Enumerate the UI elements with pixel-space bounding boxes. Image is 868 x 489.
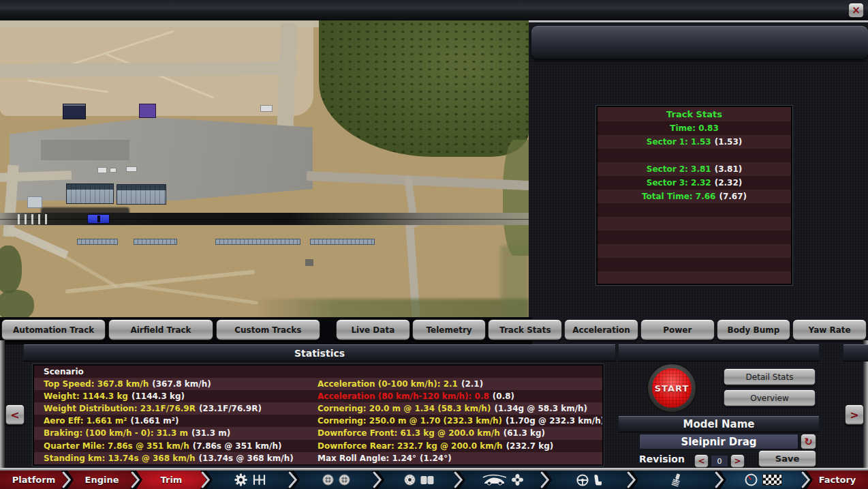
nav-label: Engine — [85, 475, 119, 485]
bottom-navigation: PlatformEngineTrimFactory — [0, 471, 868, 489]
revision-decrement-button[interactable]: < — [694, 454, 709, 468]
nav-brakes[interactable] — [378, 471, 459, 489]
map-building — [63, 104, 86, 119]
map-satellite-view — [0, 20, 529, 317]
map-shed — [305, 259, 313, 266]
nav-drivetrain[interactable] — [206, 471, 294, 489]
track-stat-row: Time: 0.83 — [598, 121, 791, 135]
nav-label: Platform — [12, 475, 56, 485]
map-drag-strip — [0, 213, 529, 225]
nav-engine[interactable]: Engine — [67, 471, 136, 489]
revision-label: Revision — [639, 454, 685, 464]
statistics-panel: ScenarioTop Speed: 367.8 km/h(367.8 km/h… — [33, 364, 604, 466]
nav-test-track[interactable] — [720, 471, 807, 489]
tab-body-bump[interactable]: Body Bump — [717, 319, 791, 340]
brake-disc-icon — [404, 474, 416, 486]
tab-acceleration[interactable]: Acceleration — [564, 319, 638, 340]
map-bushes — [252, 299, 529, 317]
nav-aerodynamics[interactable] — [459, 471, 546, 489]
left-edge-trim — [0, 340, 5, 471]
nav-interior[interactable] — [546, 471, 632, 489]
map-vehicles — [260, 105, 273, 112]
track-stat-row: Sector 3: 2.32(2.32) — [598, 176, 791, 190]
checkered-flag-icon — [762, 474, 782, 486]
stat-row: Weight: 1144.3 kg(1144.3 kg)Acceleration… — [34, 390, 602, 402]
revision-increment-button[interactable]: > — [730, 454, 745, 468]
stat-cell: Downforce Front: 61.3 kg @ 200.0 km/h(61… — [317, 427, 602, 439]
gear-icon — [234, 473, 247, 486]
refresh-icon[interactable]: ↻ — [801, 434, 816, 449]
stat-cell: Weight Distribution: 23.1F/76.9R(23.1F/7… — [34, 402, 317, 415]
save-button[interactable]: Save — [758, 450, 816, 467]
stat-cell: Standing km: 13.74s @ 368 km/h(13.74s @ … — [34, 452, 317, 464]
track-stat-row: Sector 1: 1.53(1.53) — [598, 135, 791, 149]
tab-airfield-track[interactable]: Airfield Track — [108, 319, 213, 340]
start-button-face: START — [652, 368, 692, 408]
tab-track-stats[interactable]: Track Stats — [488, 319, 562, 340]
tab-custom-tracks[interactable]: Custom Tracks — [216, 319, 320, 340]
map-building — [27, 196, 42, 208]
track-stat-row — [598, 231, 791, 244]
wheel-icon — [322, 474, 334, 486]
tab-telemetry[interactable]: Telemetry — [412, 319, 486, 340]
track-stats-title: Track Stats — [598, 107, 791, 121]
stat-cell: Cornering: 250.0 m @ 1.70 (232.3 km/h)(1… — [317, 415, 602, 427]
stat-cell: Top Speed: 367.8 km/h(367.8 km/h) — [34, 378, 317, 390]
stat-row: Standing km: 13.74s @ 368 km/h(13.74s @ … — [34, 452, 602, 464]
track-stat-row — [598, 244, 791, 258]
map-bushes — [501, 246, 529, 317]
stat-cell: Max Roll Angle: 1.24°(1.24°) — [317, 452, 602, 464]
stat-row: Quarter Mile: 7.86s @ 351 km/h(7.86s @ 3… — [34, 440, 602, 452]
window-titlebar: × — [0, 0, 868, 20]
track-stat-row — [598, 149, 791, 162]
track-stats-panel: Track Stats Time: 0.83Sector 1: 1.53(1.5… — [596, 106, 792, 285]
fan-icon — [512, 474, 523, 486]
stat-row: Aero Eff: 1.661 m²(1.661 m²)Cornering: 2… — [34, 415, 602, 427]
panel-divider — [529, 20, 868, 23]
wheel-icon — [339, 474, 350, 486]
map-car-marker — [87, 214, 110, 224]
stat-cell: Acceleration (80 km/h-120 km/h): 0.8(0.8… — [317, 390, 602, 402]
model-name-header: Model Name — [619, 416, 819, 432]
tab-automation-track[interactable]: Automation Track — [1, 319, 106, 340]
nav-platform[interactable]: Platform — [0, 471, 67, 489]
previous-page-button[interactable]: < — [5, 404, 25, 425]
nav-factory[interactable]: Factory — [807, 471, 868, 489]
map-hangar — [66, 183, 114, 204]
nav-trim[interactable]: Trim — [136, 471, 206, 489]
stat-cell: Acceleration (0-100 km/h): 2.1(2.1) — [317, 378, 602, 390]
map-concrete-apron — [41, 140, 129, 160]
track-select-tabs: Automation TrackAirfield TrackCustom Tra… — [1, 319, 320, 340]
detail-stats-button[interactable]: Detail Stats — [724, 368, 816, 385]
stat-cell: Weight: 1144.3 kg(1144.3 kg) — [34, 390, 317, 402]
statistics-section: Statistics ScenarioTop Speed: 367.8 km/h… — [0, 344, 868, 468]
tab-yaw-rate[interactable]: Yaw Rate — [792, 319, 867, 340]
brake-pads-icon — [420, 475, 434, 485]
map-staging-marks — [18, 214, 49, 224]
revision-value: 0 — [711, 455, 728, 467]
nav-label: Trim — [161, 475, 183, 485]
map-grass-trail — [123, 282, 259, 305]
stat-cell: Aero Eff: 1.661 m²(1.661 m²) — [34, 415, 317, 427]
overview-button[interactable]: Overview — [724, 389, 816, 406]
tab-live-data[interactable]: Live Data — [336, 319, 410, 340]
start-button[interactable]: START — [647, 363, 697, 413]
model-name-input[interactable] — [639, 434, 799, 449]
controls-header-end — [843, 344, 868, 361]
track-stat-row — [598, 217, 791, 231]
next-page-button[interactable]: > — [845, 404, 864, 425]
map-panel-row — [310, 239, 375, 245]
map-panel-row — [77, 239, 118, 245]
stat-row: Scenario — [34, 366, 602, 378]
nav-suspension[interactable] — [632, 471, 720, 489]
track-stat-row: Sector 2: 3.81(3.81) — [598, 162, 791, 176]
track-stat-row — [598, 271, 791, 285]
nav-wheels[interactable] — [294, 471, 378, 489]
statistics-title: Statistics — [294, 348, 345, 359]
close-icon[interactable]: × — [848, 3, 864, 18]
tab-power[interactable]: Power — [640, 319, 715, 340]
gated-shifter-icon — [252, 474, 266, 486]
map-bushes — [0, 246, 22, 293]
stat-row: Top Speed: 367.8 km/h(367.8 km/h)Acceler… — [34, 378, 602, 390]
stat-row: Braking: (100 km/h - 0): 31.3 m(31.3 m)D… — [34, 427, 602, 439]
